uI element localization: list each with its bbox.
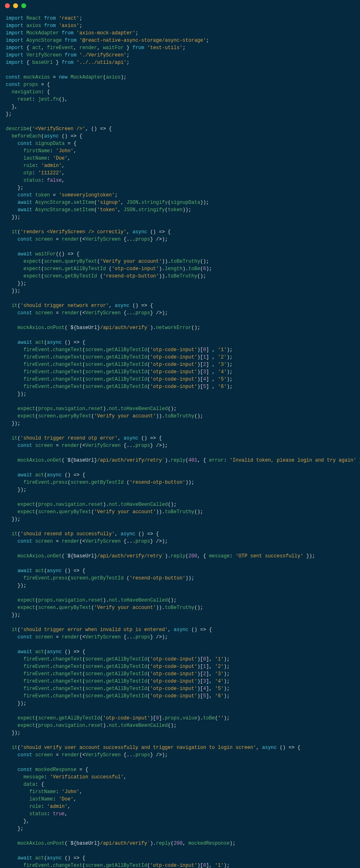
editor-window: import React from 'react'; import axios … [0, 0, 360, 868]
titlebar [0, 0, 360, 11]
minimize-icon[interactable] [13, 3, 18, 8]
close-icon[interactable] [5, 3, 10, 8]
code-area[interactable]: import React from 'react'; import axios … [0, 11, 360, 868]
maximize-icon[interactable] [21, 3, 26, 8]
